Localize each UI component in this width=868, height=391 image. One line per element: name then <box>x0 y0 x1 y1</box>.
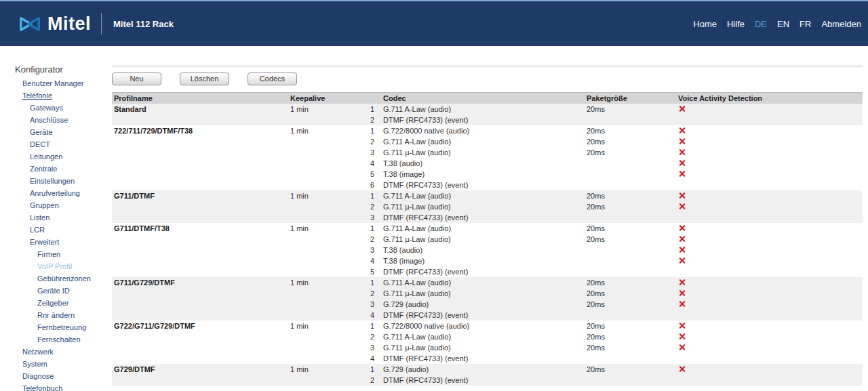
l-schen-button[interactable]: Löschen <box>180 73 229 85</box>
sidebar-item-system[interactable]: System <box>22 358 110 370</box>
packet-size-cell <box>587 375 678 386</box>
profile-group: G711/G729/DTMF1 min1G.711 A-Law (audio)2… <box>112 277 863 321</box>
sidebar-item-benutzer-manager[interactable]: Benutzer Manager <box>22 77 110 89</box>
table-row[interactable]: 4DTMF (RFC4733) (event) <box>112 353 863 364</box>
vad-cross-icon <box>678 148 686 156</box>
sidebar-item-geb-hrenzonen[interactable]: Gebührenzonen <box>37 272 110 285</box>
nav-link-en[interactable]: EN <box>777 19 789 29</box>
mitel-infinity-icon <box>18 15 42 33</box>
sidebar-item-fernbetreuung[interactable]: Fernbetreuung <box>37 321 110 333</box>
keepalive-cell <box>290 299 336 310</box>
table-row[interactable]: 5T.38 (image) <box>112 169 863 180</box>
keepalive-cell: 1 min <box>290 125 336 136</box>
table-row[interactable]: 3G.711 µ-Law (audio)20ms <box>112 147 863 158</box>
sidebar-item-gateways[interactable]: Gateways <box>30 102 110 114</box>
vad-cross-icon <box>678 289 686 297</box>
vad-cell <box>678 136 863 147</box>
codec-name-cell: G.722/8000 native (audio) <box>374 125 587 136</box>
keepalive-cell <box>290 169 336 180</box>
profile-name-cell <box>112 331 290 342</box>
sidebar-item-erweitert[interactable]: Erweitert <box>30 236 110 248</box>
table-row[interactable]: G711/DTMF/T381 min1G.711 A-Law (audio)20… <box>112 223 863 234</box>
sidebar-item-telefonie[interactable]: Telefonie <box>22 89 110 102</box>
table-row[interactable]: 722/711/729/DTMF/T381 min1G.722/8000 nat… <box>112 125 863 136</box>
packet-size-cell <box>587 115 678 125</box>
packet-size-cell: 20ms <box>587 331 678 342</box>
profile-group: 722/711/729/DTMF/T381 min1G.722/8000 nat… <box>112 125 863 190</box>
profile-name-cell <box>112 245 290 255</box>
table-row[interactable]: 6DTMF (RFC4733) (event) <box>112 180 863 190</box>
vad-cell <box>678 321 863 331</box>
sidebar-item-netzwerk[interactable]: Netzwerk <box>22 346 110 358</box>
sidebar-item-listen[interactable]: Listen <box>30 211 110 224</box>
codec-index-cell: 3 <box>336 299 374 310</box>
codec-name-cell: G.711 A-Law (audio) <box>374 104 587 115</box>
table-row[interactable]: 3T.38 (audio) <box>112 245 863 255</box>
keepalive-cell <box>290 310 336 321</box>
sidebar-item-fernschalten[interactable]: Fernschalten <box>37 333 110 346</box>
sidebar-item-telefonbuch[interactable]: Telefonbuch <box>22 382 110 391</box>
table-row[interactable]: 3G.711 µ-Law (audio)20ms <box>112 342 863 353</box>
nav-link-de[interactable]: DE <box>755 19 767 29</box>
sidebar-item-voip-profil[interactable]: VoIP Profil <box>37 260 110 272</box>
sidebar-item-gruppen[interactable]: Gruppen <box>30 199 110 211</box>
table-row[interactable]: 2DTMF (RFC4733) (event) <box>112 115 863 125</box>
nav-link-fr[interactable]: FR <box>800 19 811 29</box>
column-header-profilname: Profilname <box>112 93 290 104</box>
table-row[interactable]: 2G.711 µ-Law (audio)20ms <box>112 234 863 245</box>
profile-group: Standard1 min1G.711 A-Law (audio)20ms2DT… <box>112 104 863 125</box>
table-row[interactable]: 3DTMF (RFC4733) (event) <box>112 212 863 223</box>
vad-cell <box>678 223 863 234</box>
sidebar-item-einstellungen[interactable]: Einstellungen <box>30 175 110 187</box>
sidebar-item-zeitgeber[interactable]: Zeitgeber <box>37 297 110 309</box>
table-row[interactable]: G722/G711/G729/DTMF1 min1G.722/8000 nati… <box>112 321 863 331</box>
nav-link-hilfe[interactable]: Hilfe <box>727 19 745 29</box>
sidebar-item-anschl-sse[interactable]: Anschlüsse <box>30 114 110 126</box>
table-row[interactable]: 2G.711 A-Law (audio)20ms <box>112 331 863 342</box>
keepalive-cell <box>290 158 336 169</box>
table-row[interactable]: 5DTMF (RFC4733) (event) <box>112 266 863 277</box>
table-row[interactable]: G711/DTMF1 min1G.711 A-Law (audio)20ms <box>112 190 863 201</box>
table-row[interactable]: 4T.38 (image) <box>112 255 863 266</box>
sidebar-item-leitungen[interactable]: Leitungen <box>30 150 110 163</box>
profile-group: G729/DTMF1 min1G.729 (audio)20ms2DTMF (R… <box>112 364 863 386</box>
vad-cross-icon <box>678 322 686 329</box>
sidebar-item-rnr-ndern[interactable]: Rnr ändern <box>37 309 110 321</box>
table-row[interactable]: 2G.711 µ-Law (audio)20ms <box>112 201 863 212</box>
packet-size-cell: 20ms <box>587 147 678 158</box>
keepalive-cell <box>290 331 336 342</box>
sidebar-item-ger-te-id[interactable]: Geräte ID <box>37 285 110 297</box>
table-row[interactable]: G711/G729/DTMF1 min1G.711 A-Law (audio)2… <box>112 277 863 288</box>
codec-index-cell: 3 <box>336 147 374 158</box>
table-row[interactable]: 2G.711 A-Law (audio)20ms <box>112 136 863 147</box>
codec-index-cell: 2 <box>336 375 374 386</box>
table-row[interactable]: 4DTMF (RFC4733) (event) <box>112 310 863 321</box>
table-row[interactable]: G729/DTMF1 min1G.729 (audio)20ms <box>112 364 863 375</box>
codecs-button[interactable]: Codecs <box>248 73 297 85</box>
sidebar-item-firmen[interactable]: Firmen <box>37 248 110 260</box>
sidebar-item-diagnose[interactable]: Diagnose <box>22 370 110 382</box>
vad-cell <box>678 234 863 245</box>
table-header: Profilname Keepalive Codec Paketgröße Vo… <box>112 92 863 104</box>
sidebar-item-zentrale[interactable]: Zentrale <box>30 163 110 175</box>
sidebar-item-konfigurator[interactable]: Konfigurator <box>15 64 110 75</box>
table-row[interactable]: Standard1 min1G.711 A-Law (audio)20ms <box>112 104 863 115</box>
sidebar-item-ger-te[interactable]: Geräte <box>30 126 110 138</box>
sidebar-item-lcr[interactable]: LCR <box>30 224 110 236</box>
keepalive-cell <box>290 180 336 190</box>
sidebar-item-anrufverteilung[interactable]: Anrufverteilung <box>30 187 110 199</box>
vad-cell <box>678 288 863 299</box>
header-nav: HomeHilfeDEENFRAbmelden <box>693 19 861 29</box>
neu-button[interactable]: Neu <box>112 73 161 85</box>
table-row[interactable]: 2DTMF (RFC4733) (event) <box>112 375 863 386</box>
table-row[interactable]: 2G.711 µ-Law (audio)20ms <box>112 288 863 299</box>
column-header-index <box>336 93 374 104</box>
keepalive-cell <box>290 288 336 299</box>
table-row[interactable]: 4T.38 (audio) <box>112 158 863 169</box>
nav-link-home[interactable]: Home <box>693 19 717 29</box>
codec-index-cell: 4 <box>336 353 374 364</box>
sidebar-item-dect[interactable]: DECT <box>30 138 110 150</box>
nav-link-abmelden[interactable]: Abmelden <box>821 19 861 29</box>
packet-size-cell: 20ms <box>587 288 678 299</box>
table-row[interactable]: 3G.729 (audio)20ms <box>112 299 863 310</box>
